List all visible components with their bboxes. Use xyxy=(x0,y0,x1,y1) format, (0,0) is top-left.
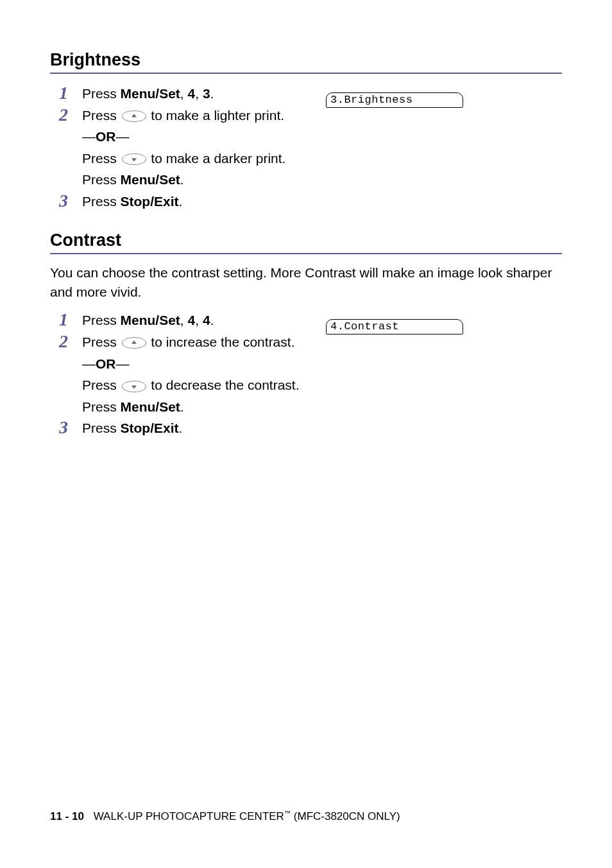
text: to make a darker print. xyxy=(148,151,286,166)
text: Press xyxy=(82,172,121,187)
step-body: Press Menu/Set, 4, 3. xyxy=(82,83,562,105)
or-text: OR xyxy=(96,129,116,144)
text: . xyxy=(179,421,183,435)
text: Press xyxy=(82,194,121,209)
contrast-step-2: 2 Press to increase the contrast. —OR— P… xyxy=(59,331,562,417)
contrast-rule xyxy=(50,253,562,254)
key-4: 4 xyxy=(188,86,196,101)
brightness-step-3: 3 Press Stop/Exit. xyxy=(59,191,562,213)
key-4b: 4 xyxy=(203,313,210,327)
text: Press xyxy=(82,108,121,123)
text: . xyxy=(179,194,183,209)
text: Press xyxy=(82,334,121,349)
brightness-step-1: 1 Press Menu/Set, 4, 3. xyxy=(59,83,562,105)
step-number: 2 xyxy=(59,331,82,351)
trademark-icon: ™ xyxy=(284,810,291,817)
brightness-rule xyxy=(50,73,562,74)
menu-set-text: Menu/Set xyxy=(121,172,180,187)
up-arrow-icon xyxy=(122,110,146,122)
up-arrow-icon xyxy=(122,337,146,349)
step-number: 3 xyxy=(59,191,82,210)
section-contrast: Contrast You can choose the contrast set… xyxy=(50,230,562,439)
text: — xyxy=(116,129,130,144)
menu-set-text: Menu/Set xyxy=(121,313,180,327)
text: , xyxy=(195,86,203,101)
text: Press xyxy=(82,151,121,166)
brightness-steps: 1 Press Menu/Set, 4, 3. 2 Press to make … xyxy=(59,83,562,213)
text: , xyxy=(180,313,188,327)
menu-set-text: Menu/Set xyxy=(121,86,180,101)
step-number: 2 xyxy=(59,105,82,124)
contrast-step-3: 3 Press Stop/Exit. xyxy=(59,417,562,439)
brightness-heading: Brightness xyxy=(50,50,562,70)
page-number: 11 - 10 xyxy=(50,810,84,822)
footer-title-b: (MFC-3820CN ONLY) xyxy=(291,810,400,822)
section-brightness: Brightness 3.Brightness 1 Press Menu/Set… xyxy=(50,50,562,213)
footer-title-a: WALK-UP PHOTOCAPTURE CENTER xyxy=(94,810,284,822)
step-body: Press Stop/Exit. xyxy=(82,191,562,213)
menu-set-text: Menu/Set xyxy=(121,399,180,414)
stop-exit-text: Stop/Exit xyxy=(121,194,179,209)
down-arrow-icon xyxy=(122,381,146,392)
brightness-step-2: 2 Press to make a lighter print. —OR— Pr… xyxy=(59,105,562,191)
text: . xyxy=(210,86,214,101)
text: to decrease the contrast. xyxy=(148,378,300,392)
contrast-heading: Contrast xyxy=(50,230,562,250)
step-body: Press to increase the contrast. —OR— Pre… xyxy=(82,331,562,417)
text: . xyxy=(180,399,184,414)
text: to make a lighter print. xyxy=(148,108,285,123)
step-number: 1 xyxy=(59,309,82,329)
text: Press xyxy=(82,421,121,435)
text: — xyxy=(82,356,96,371)
step-body: Press Stop/Exit. xyxy=(82,417,562,439)
contrast-steps: 1 Press Menu/Set, 4, 4. 2 Press to incre… xyxy=(59,309,562,439)
step-number: 3 xyxy=(59,417,82,437)
step-number: 1 xyxy=(59,83,82,102)
page-footer: 11 - 10 WALK-UP PHOTOCAPTURE CENTER™ (MF… xyxy=(50,810,400,823)
key-3: 3 xyxy=(203,86,210,101)
text: to increase the contrast. xyxy=(148,334,295,349)
key-4: 4 xyxy=(188,313,196,327)
text: . xyxy=(210,313,214,327)
down-arrow-icon xyxy=(122,153,146,165)
text: — xyxy=(116,356,130,371)
stop-exit-text: Stop/Exit xyxy=(121,421,179,435)
text: , xyxy=(180,86,188,101)
or-text: OR xyxy=(96,356,116,371)
text: Press xyxy=(82,399,121,414)
step-body: Press Menu/Set, 4, 4. xyxy=(82,309,562,331)
text: Press xyxy=(82,313,121,327)
text: — xyxy=(82,129,96,144)
text: , xyxy=(195,313,203,327)
text: Press xyxy=(82,86,121,101)
text: . xyxy=(180,172,184,187)
contrast-intro: You can choose the contrast setting. Mor… xyxy=(50,263,562,302)
step-body: Press to make a lighter print. —OR— Pres… xyxy=(82,105,562,191)
contrast-step-1: 1 Press Menu/Set, 4, 4. xyxy=(59,309,562,331)
text: Press xyxy=(82,378,121,392)
